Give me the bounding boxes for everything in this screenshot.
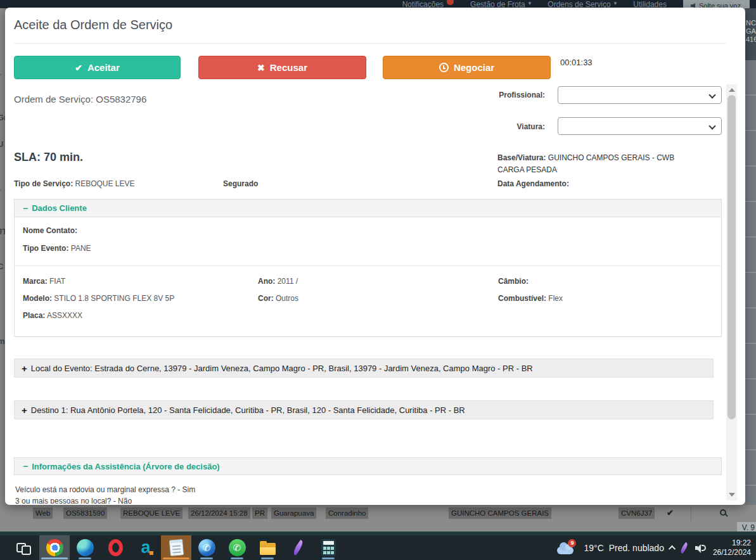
table-cell: PR [252,507,267,519]
modal-title: Aceite da Ordem de Serviço [14,18,172,32]
table-cell: Conradinho [326,507,368,519]
taskbar-app-edge[interactable] [70,535,100,560]
cloud-icon [557,547,573,554]
service-order-accept-modal: Aceite da Ordem de Serviço ✔ Aceitar ✖ R… [5,8,745,505]
whatsapp-icon [229,539,246,556]
expand-icon: + [22,363,27,374]
chevron-down-icon [708,122,715,129]
taskbar-app-explorer[interactable] [252,535,283,560]
base-vehicle-info: Base/Viatura: GUINCHO CAMPOS GERAIS - CW… [497,152,675,175]
professional-label: Profissional: [449,91,545,99]
aqua-app-icon [141,539,150,556]
task-view-icon [16,542,32,554]
taskbar: 9 19°C Pred. nublado 19:22 26/12/2024 [0,535,756,560]
scroll-up-arrow[interactable] [729,88,735,92]
sla-label: SLA: 70 min. [14,151,83,164]
chevron-down-icon: ▾ [529,0,532,6]
client-data-section-header[interactable]: − Dados Cliente [14,199,722,217]
system-tray: 9 19°C Pred. nublado 19:22 26/12/2024 [556,538,756,557]
taskbar-app-notepad[interactable] [161,535,191,560]
vehicle-gear: Câmbio: [498,277,529,286]
weather-description: Pred. nublado [609,543,664,553]
client-data-section-body: Nome Contato: Tipo Evento: PANE Marca: F… [14,217,722,337]
vehicle-fuel: Combustível: Flex [498,294,563,303]
negotiate-button[interactable]: Negociar [383,56,551,79]
notification-badge [447,0,454,5]
table-cell: CVN6J37 [618,507,655,519]
vehicle-color: Cor: Outros [258,294,298,303]
assistance-section-header[interactable]: − Informações da Assistência (Árvore de … [14,457,722,475]
assistance-decision-tree: Veículo está na rodovia ou marginal expr… [15,484,706,504]
taskbar-app-aqua[interactable] [131,535,161,560]
speaker-icon[interactable] [695,544,707,552]
task-view-button[interactable] [9,535,39,560]
search-icon[interactable] [720,509,726,516]
weather-text[interactable]: 19°C Pred. nublado [584,543,663,553]
chrome-icon [46,539,63,556]
phone-icon [198,539,215,556]
countdown-timer: 00:01:33 [560,58,593,67]
order-number: Ordem de Serviço: OS5832796 [14,94,146,105]
chevron-down-icon: ▾ [614,0,617,6]
feather-icon [291,540,305,556]
vehicle-model: Modelo: STILO 1.8 SPORTING FLEX 8V 5P [23,294,174,303]
taskbar-app-opera[interactable] [100,535,131,560]
calculator-icon [321,539,336,556]
accept-button[interactable]: ✔ Aceitar [14,56,181,79]
taskbar-app-whatsapp[interactable] [222,535,252,560]
scrollbar-thumb[interactable] [727,95,736,419]
refuse-button[interactable]: ✖ Recusar [198,56,366,79]
vehicle-brand: Marca: FIAT [23,277,65,286]
weather-widget[interactable]: 9 [556,540,577,556]
modal-scrollbar[interactable] [726,84,737,500]
event-type: Tipo Evento: PANE [23,244,91,253]
edge-icon [77,539,94,556]
file-explorer-icon [260,543,276,555]
vehicle-plate: Placa: ASSXXXX [23,311,82,320]
collapse-icon: − [23,203,28,213]
insured-label: Segurado [223,179,258,188]
opera-icon [108,539,123,556]
event-location-bar[interactable]: + Local do Evento: Estrada do Cerne, 139… [14,359,714,378]
decision-line: Veículo está na rodovia ou marginal expr… [15,484,706,495]
vehicle-select[interactable] [558,117,722,135]
check-icon: ✔ [75,63,82,73]
feather-tray-icon[interactable] [679,542,689,553]
taskbar-app-feather[interactable] [283,535,313,560]
table-cell: OS5831590 [63,507,107,519]
screen: Notificações Gestão de Frota ▾ Ordens de… [0,0,756,560]
clock-date: 26/12/2024 [713,548,751,557]
taskbar-app-phone[interactable] [191,535,222,560]
background-table-edge [745,60,756,505]
tray-overflow-chevron[interactable] [669,545,676,552]
x-icon: ✖ [257,63,265,73]
taskbar-app-calculator[interactable] [313,535,343,560]
schedule-date-label: Data Agendamento: [497,179,569,188]
background-table-row: Web OS5831590 REBOQUE LEVE 26/12/2024 15… [0,507,756,521]
notification-count-badge: 9 [568,539,576,547]
clock-icon [439,63,449,72]
vehicle-label: Viatura: [449,122,545,131]
table-cell: GUINCHO CAMPOS GERAIS [449,507,551,519]
vehicle-year: Ano: 2011 / [258,277,298,286]
table-cell: 26/12/2024 15:28 [188,507,250,519]
service-type: Tipo de Serviço: REBOQUE LEVE [14,179,135,188]
table-cell: REBOQUE LEVE [120,507,183,519]
expand-icon: + [22,405,27,416]
temperature: 19°C [584,543,603,553]
check-icon[interactable]: ✔ [667,508,674,518]
collapse-icon: − [23,461,28,471]
chevron-down-icon [708,91,715,98]
background-right-fragment: NC GA 416 [745,8,756,60]
table-cell: Web [33,507,53,519]
table-cell: Guarapuava [271,507,316,519]
scroll-down-arrow[interactable] [729,493,735,497]
clock-time: 19:22 [713,538,751,548]
taskbar-clock[interactable]: 19:22 26/12/2024 [713,538,751,557]
destination-bar[interactable]: + Destino 1: Rua Antônio Portela, 120 - … [14,400,714,419]
contact-name: Nome Contato: [23,226,77,235]
decision-line: 3 ou mais pessoas no local? - Não [15,495,706,504]
taskbar-app-chrome[interactable] [39,535,70,560]
professional-select[interactable] [558,86,722,104]
notepad-icon [169,539,183,556]
